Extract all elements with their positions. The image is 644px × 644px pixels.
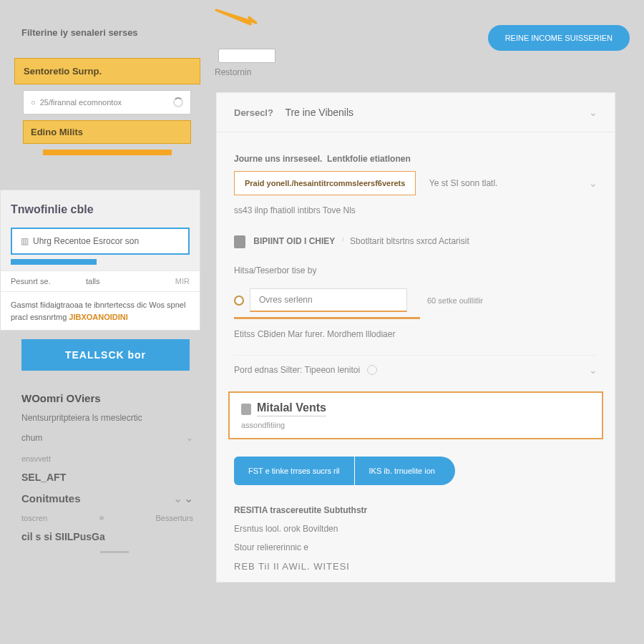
expandable-row[interactable]: Pord ednas Silter: Tipeeon lenitoi ⌄ (234, 355, 597, 384)
action-pill-group: FST e tinke trrses sucrs ril IKS ib. trn… (234, 457, 597, 485)
pill-button-1[interactable]: FST e tinke trrses sucrs ril (234, 457, 354, 485)
pointer-arrow-icon (215, 9, 265, 30)
highlighted-card[interactable]: Mitalal Vents assondfitiing (228, 391, 603, 439)
sidebar-search-input[interactable]: ○ 25/firannal ecomnontox (23, 90, 191, 114)
sidebar-panel-title: Tnwofinlie cble (1, 190, 200, 223)
sidebar-combo-select[interactable]: ▥ Uhrg Recentoe Esrocor son (11, 228, 190, 255)
header-search-input[interactable] (218, 49, 275, 63)
sidebar-status-row: toscren Besserturs (14, 509, 200, 527)
footer-line-3: REB Til Il AWiL. WITESI (234, 557, 597, 572)
chevron-down-icon: ⌄ (186, 433, 193, 443)
sidebar-description: Gasmst fiidaigtraoaa te ibnrtertecss dic… (1, 291, 200, 330)
sidebar-bold-label-2: cil s si SIILPusGa (14, 527, 200, 547)
separator-label: Hitsa/Teserbor tise by (234, 258, 597, 283)
sidebar-bold-label-1: SEL_AFT (14, 467, 200, 487)
sidebar-highlight-1[interactable]: Sentoretio Surnp. (14, 58, 200, 84)
subsection-heading: Journe uns inrseseel. Lentkfolie etiatlo… (234, 142, 597, 171)
header-subtext: Restornin (215, 67, 251, 77)
content-line-2: BIPIINT OID I CHIEY ᑊ Sbotltarit bltsrtn… (234, 225, 597, 258)
orange-accent-bar (43, 150, 172, 155)
radio-option-row[interactable]: Ovres serlenn 60 setke oulllitlir (234, 283, 597, 318)
content-line-1: ss43 ilnp fhatioll intibrs Tove Nls (234, 195, 597, 225)
sidebar-dropdown-2[interactable]: Conitmutes ⌄ ⌄ (14, 487, 200, 509)
page-icon (234, 235, 245, 248)
status-circle-icon (367, 365, 377, 375)
highlighted-chip[interactable]: Praid yonell./hesaintitrcommsleersf6vere… (234, 171, 416, 195)
page-heading: Filterine iy senaleri serses (21, 27, 138, 38)
radio-icon (234, 296, 244, 306)
divider (100, 551, 129, 553)
main-content: Dersecl? Tre ine Vibenils ⌄ Journe uns i… (200, 58, 644, 582)
sidebar-highlight-2[interactable]: Edino Milits (23, 120, 191, 144)
document-icon (241, 404, 251, 415)
loading-spinner-icon (173, 97, 183, 107)
sidebar-dropdown-1[interactable]: chum ⌄ (14, 426, 200, 450)
radio-note: 60 setke oulllitlir (427, 296, 483, 305)
sidebar: Sentoretio Surnp. ○ 25/firannal ecomnont… (0, 58, 200, 582)
chevron-down-icon: ⌄ (173, 492, 182, 505)
chevron-down-icon: ⌄ (589, 364, 597, 376)
expand-label[interactable]: Ye st SI sonn tlatl. (429, 178, 498, 188)
sidebar-section-heading: WOomri OViers (14, 379, 200, 410)
pill-button-2[interactable]: IKS ib. trnuelite ion (355, 457, 455, 485)
sidebar-table-row: Pesunrt se. talls MIR (1, 270, 200, 291)
sidebar-action-button[interactable]: TEALLSCK bor (21, 339, 190, 371)
footer-line-2: Stour reliererinnic e (234, 538, 597, 557)
blue-underline (11, 259, 97, 265)
chevron-down-icon: ⌄ (184, 492, 193, 505)
sidebar-section-text: Nentsurpritpteiera ls rmeslecrtic (14, 410, 200, 426)
chevron-down-icon: ⌄ (589, 177, 597, 189)
card-header[interactable]: Dersecl? Tre ine Vibenils ⌄ (217, 93, 615, 132)
content-line-3: Etitss CBiden Mar furer. Mordhem lllodia… (234, 319, 597, 349)
chevron-down-icon: ⌄ (589, 107, 597, 118)
header-primary-button[interactable]: REINE INCOME SUISSERIEN (488, 25, 630, 51)
sidebar-muted-label-1: ensvvett (14, 450, 200, 467)
document-icon: ▥ (21, 236, 29, 246)
footer-line-1: Ersntus lool. orok Boviltden (234, 519, 597, 538)
highlighted-card-subtitle: assondfitiing (241, 421, 590, 429)
footer-heading: RESITIA trascereutite Subtuthstr (234, 501, 597, 519)
